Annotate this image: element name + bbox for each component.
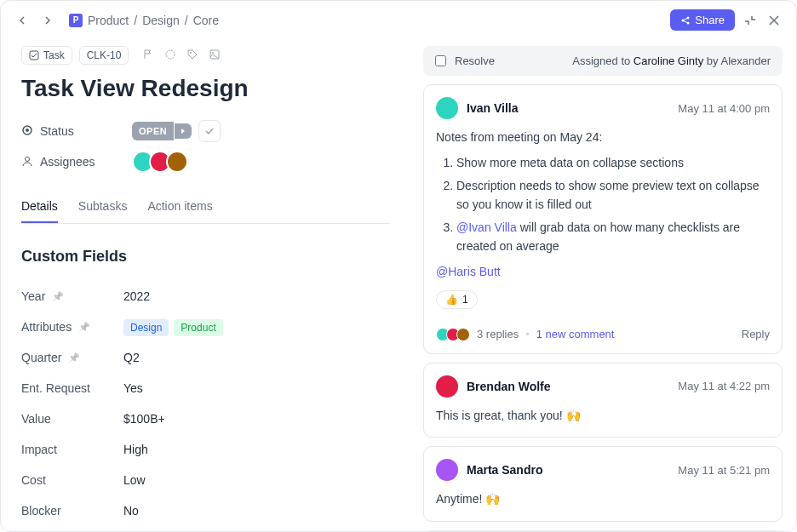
tag[interactable]: Design [123,319,169,336]
assignee-avatars[interactable] [132,151,188,173]
nav-back[interactable] [14,12,32,29]
tab-details[interactable]: Details [21,191,58,223]
share-button[interactable]: Share [670,9,735,31]
assigned-text: Assigned to Caroline Ginty by Alexander [572,54,771,67]
breadcrumb: P Product/ Design/ Core [69,14,663,27]
svg-point-7 [212,52,214,54]
comment-time: May 11 at 4:22 pm [678,380,770,392]
comment: Marta Sandro May 11 at 5:21 pm Anytime! … [423,446,783,521]
avatar [436,97,458,119]
space-icon: P [69,14,83,27]
svg-point-9 [26,129,29,132]
comment: Brendan Wolfe May 11 at 4:22 pm This is … [423,363,783,438]
tag[interactable]: Product [174,319,222,336]
mention[interactable]: @Ivan Villa [456,220,517,234]
custom-field-row: CostLow [21,465,389,495]
reply-button[interactable]: Reply [742,328,770,340]
svg-rect-3 [30,51,38,60]
complete-button[interactable] [198,120,221,142]
close-icon[interactable] [765,12,783,29]
flag-icon[interactable] [142,49,154,63]
avatar [436,375,458,398]
resolve-bar: Resolve Assigned to Caroline Ginty by Al… [423,46,783,76]
svg-point-5 [190,52,192,54]
comment-time: May 11 at 5:21 pm [678,464,770,477]
custom-field-row: Ent. RequestYes [21,373,389,403]
svg-point-10 [26,157,30,161]
status-next-button[interactable] [175,123,192,139]
breadcrumb-item[interactable]: Design [142,14,180,27]
comment-author: Ivan Villa [467,101,518,115]
custom-field-row: Year📌2022 [21,281,389,312]
avatar [436,459,458,481]
comment-author: Brendan Wolfe [467,380,551,393]
tab-action-items[interactable]: Action items [147,191,212,223]
person-icon [21,155,33,169]
breadcrumb-item[interactable]: Core [193,14,219,27]
resolve-label: Resolve [455,54,495,67]
custom-field-row: Attributes📌DesignProduct [21,312,389,342]
comment-time: May 11 at 4:00 pm [678,102,770,115]
svg-point-4 [166,50,175,59]
mention[interactable]: @Haris Butt [436,265,501,278]
tab-subtasks[interactable]: Subtasks [78,191,128,223]
pin-icon: 📌 [68,352,80,363]
custom-field-row: ImpactHigh [21,434,389,465]
custom-field-row: Quarter📌Q2 [21,342,389,373]
tag-icon[interactable] [186,49,198,63]
collapse-icon[interactable] [742,12,759,29]
custom-field-row: Value$100B+ [21,403,389,434]
reply-avatars [436,328,470,341]
new-comment-link[interactable]: 1 new comment [536,328,615,340]
comment: Ivan Villa May 11 at 4:00 pm Notes from … [423,84,783,354]
breadcrumb-item[interactable]: Product [88,14,129,27]
comment-author: Marta Sandro [467,463,542,477]
replies-count[interactable]: 3 replies [477,328,519,340]
task-type-chip[interactable]: Task [21,46,72,65]
task-id-chip[interactable]: CLK-10 [79,46,129,65]
nav-forward[interactable] [38,12,55,29]
image-icon[interactable] [209,49,221,63]
status-icon [21,124,33,139]
reaction-button[interactable]: 👍1 [436,290,478,309]
pin-icon: 📌 [78,322,90,333]
custom-field-row: BlockerNo [21,495,389,526]
task-title: Task View Redesign [21,75,389,102]
status-pill[interactable]: OPEN [132,122,174,140]
pin-icon: 📌 [52,291,64,302]
resolve-checkbox[interactable] [435,55,446,66]
estimate-icon[interactable] [164,49,176,63]
custom-fields-heading: Custom Fields [21,248,389,266]
